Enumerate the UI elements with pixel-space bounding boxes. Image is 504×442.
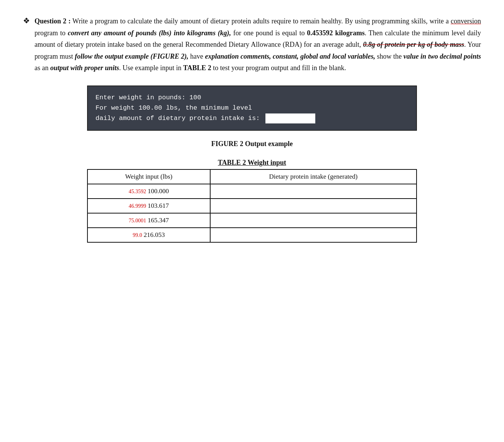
lbs-value-3: 165.347 [148, 217, 169, 224]
terminal-line1: Enter weight in pounds: 100 [96, 92, 408, 103]
table-cell-protein-4 [210, 228, 417, 242]
lbs-value-1: 100.000 [148, 187, 169, 195]
kg-annotation-4: 99.0 [133, 232, 142, 238]
table-row: 45.3592 100.000 [87, 184, 417, 199]
weight-table: Weight input (lbs) Dietary protein intak… [87, 169, 417, 243]
question-label: Question 2 : [35, 17, 71, 25]
weight-value-1: 45.3592 100.000 [129, 187, 169, 195]
table-cell-weight-3: 75.0001 165.347 [87, 213, 210, 228]
output-units: output with proper units [50, 64, 119, 72]
table-section: TABLE 2 Weight input Weight input (lbs) … [87, 159, 417, 243]
terminal-line2: For weight 100.00 lbs, the minimum level [96, 103, 408, 113]
explanation-comments: explanation comments, constant, global a… [205, 53, 375, 60]
kg-annotation-1: 45.3592 [129, 189, 146, 195]
table-title: TABLE 2 Weight input [87, 159, 417, 167]
table-header-weight: Weight input (lbs) [87, 169, 210, 184]
question-block: ❖ Question 2 : Write a program to calcul… [23, 15, 481, 74]
table-cell-weight-4: 99.0 216.053 [87, 228, 210, 242]
follow-output: follow the output example (FIGURE 2), [75, 53, 188, 60]
table-cell-protein-1 [210, 184, 417, 199]
convert-phrase: convert any amount of pounds (lbs) into … [68, 29, 231, 37]
figure-caption: FIGURE 2 Output example [23, 140, 481, 148]
weight-value-2: 46.9999 103.617 [129, 202, 169, 210]
terminal-block: Enter weight in pounds: 100 For weight 1… [87, 85, 417, 131]
lbs-value-2: 103.617 [148, 202, 169, 210]
table-row: 75.0001 165.347 [87, 213, 417, 228]
weight-value-4: 99.0 216.053 [133, 231, 165, 239]
diamond-icon: ❖ [23, 16, 30, 25]
kg-annotation-2: 46.9999 [129, 203, 146, 209]
value-decimal: value in two decimal points [404, 53, 481, 60]
protein-rda: 0.8g of protein per kg of body mass [363, 41, 464, 48]
kg-annotation-3: 75.0001 [129, 218, 146, 224]
kg-value: 0.453592 kilograms [307, 29, 364, 37]
terminal-line3: daily amount of dietary protein intake i… [96, 113, 408, 123]
conversion-word: conversion [451, 17, 481, 25]
terminal-blank-box [265, 113, 315, 123]
question-intro: Write a program to calculate the daily a… [35, 17, 481, 72]
table-row: 99.0 216.053 [87, 228, 417, 242]
table-header-protein: Dietary protein intake (generated) [210, 169, 417, 184]
table-ref: TABLE 2 [183, 64, 211, 72]
table-cell-weight-2: 46.9999 103.617 [87, 199, 210, 213]
table-row: 46.9999 103.617 [87, 199, 417, 213]
question-text: Question 2 : Write a program to calculat… [35, 15, 481, 74]
table-cell-protein-2 [210, 199, 417, 213]
table-cell-weight-1: 45.3592 100.000 [87, 184, 210, 199]
table-cell-protein-3 [210, 213, 417, 228]
weight-value-3: 75.0001 165.347 [129, 217, 169, 224]
table-header-row: Weight input (lbs) Dietary protein intak… [87, 169, 417, 184]
lbs-value-4: 216.053 [143, 231, 165, 239]
